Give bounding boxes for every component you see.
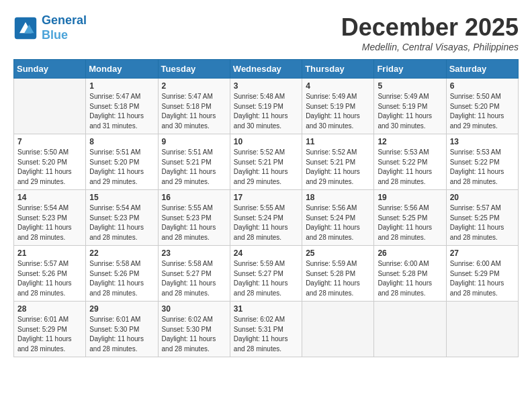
day-number: 20 <box>450 193 515 202</box>
day-number: 25 <box>306 248 370 258</box>
day-info: Sunrise: 5:53 AM Sunset: 5:22 PM Dayligh… <box>450 148 515 187</box>
calendar-cell: 10Sunrise: 5:52 AM Sunset: 5:21 PM Dayli… <box>230 134 302 190</box>
calendar-cell: 7Sunrise: 5:50 AM Sunset: 5:20 PM Daylig… <box>14 134 86 190</box>
weekday-header-monday: Monday <box>86 60 158 79</box>
day-number: 4 <box>306 81 370 91</box>
day-number: 6 <box>450 81 515 91</box>
day-info: Sunrise: 5:49 AM Sunset: 5:19 PM Dayligh… <box>378 92 442 131</box>
day-info: Sunrise: 5:50 AM Sunset: 5:20 PM Dayligh… <box>450 92 515 131</box>
day-info: Sunrise: 5:56 AM Sunset: 5:24 PM Dayligh… <box>306 203 370 242</box>
day-number: 13 <box>450 137 515 146</box>
calendar-cell: 11Sunrise: 5:52 AM Sunset: 5:21 PM Dayli… <box>302 134 374 190</box>
day-info: Sunrise: 5:52 AM Sunset: 5:21 PM Dayligh… <box>234 148 298 187</box>
calendar-cell: 20Sunrise: 5:57 AM Sunset: 5:25 PM Dayli… <box>446 190 518 246</box>
calendar-cell: 2Sunrise: 5:47 AM Sunset: 5:18 PM Daylig… <box>158 79 230 134</box>
calendar-cell: 29Sunrise: 6:01 AM Sunset: 5:30 PM Dayli… <box>86 302 158 357</box>
day-info: Sunrise: 5:53 AM Sunset: 5:22 PM Dayligh… <box>378 148 442 187</box>
calendar-cell: 6Sunrise: 5:50 AM Sunset: 5:20 PM Daylig… <box>446 79 518 134</box>
calendar-cell: 4Sunrise: 5:49 AM Sunset: 5:19 PM Daylig… <box>302 79 374 134</box>
calendar-cell: 1Sunrise: 5:47 AM Sunset: 5:18 PM Daylig… <box>86 79 158 134</box>
day-info: Sunrise: 5:52 AM Sunset: 5:21 PM Dayligh… <box>306 148 370 187</box>
calendar-cell: 22Sunrise: 5:58 AM Sunset: 5:26 PM Dayli… <box>86 246 158 302</box>
day-number: 9 <box>162 137 226 146</box>
day-number: 26 <box>378 248 442 258</box>
calendar-cell: 15Sunrise: 5:54 AM Sunset: 5:23 PM Dayli… <box>86 190 158 246</box>
day-number: 27 <box>450 248 515 258</box>
day-info: Sunrise: 5:47 AM Sunset: 5:18 PM Dayligh… <box>162 92 226 131</box>
day-info: Sunrise: 5:51 AM Sunset: 5:21 PM Dayligh… <box>162 148 226 187</box>
day-info: Sunrise: 5:50 AM Sunset: 5:20 PM Dayligh… <box>17 148 82 187</box>
day-info: Sunrise: 5:55 AM Sunset: 5:23 PM Dayligh… <box>162 203 226 242</box>
calendar-week-row: 1Sunrise: 5:47 AM Sunset: 5:18 PM Daylig… <box>14 79 519 134</box>
day-number: 22 <box>89 248 154 258</box>
calendar-week-row: 21Sunrise: 5:57 AM Sunset: 5:26 PM Dayli… <box>14 246 519 302</box>
calendar-week-row: 7Sunrise: 5:50 AM Sunset: 5:20 PM Daylig… <box>14 134 519 190</box>
weekday-header-saturday: Saturday <box>446 60 518 79</box>
day-info: Sunrise: 5:55 AM Sunset: 5:24 PM Dayligh… <box>234 203 298 242</box>
day-info: Sunrise: 6:00 AM Sunset: 5:28 PM Dayligh… <box>378 259 442 298</box>
weekday-header-thursday: Thursday <box>302 60 374 79</box>
calendar-week-row: 14Sunrise: 5:54 AM Sunset: 5:23 PM Dayli… <box>14 190 519 246</box>
calendar-cell: 23Sunrise: 5:58 AM Sunset: 5:27 PM Dayli… <box>158 246 230 302</box>
day-info: Sunrise: 5:47 AM Sunset: 5:18 PM Dayligh… <box>89 92 154 131</box>
day-number: 12 <box>378 137 442 146</box>
day-number: 15 <box>89 193 154 202</box>
day-info: Sunrise: 5:48 AM Sunset: 5:19 PM Dayligh… <box>234 92 298 131</box>
calendar-cell <box>374 302 446 357</box>
calendar-cell: 25Sunrise: 5:59 AM Sunset: 5:28 PM Dayli… <box>302 246 374 302</box>
calendar-cell: 14Sunrise: 5:54 AM Sunset: 5:23 PM Dayli… <box>14 190 86 246</box>
day-number: 11 <box>306 137 370 146</box>
day-number: 21 <box>17 248 82 258</box>
day-number: 5 <box>378 81 442 91</box>
page-header: General Blue December 2025 Medellin, Cen… <box>13 13 519 52</box>
day-info: Sunrise: 5:54 AM Sunset: 5:23 PM Dayligh… <box>89 203 154 242</box>
calendar-cell: 3Sunrise: 5:48 AM Sunset: 5:19 PM Daylig… <box>230 79 302 134</box>
calendar-cell: 27Sunrise: 6:00 AM Sunset: 5:29 PM Dayli… <box>446 246 518 302</box>
weekday-header-sunday: Sunday <box>14 60 86 79</box>
month-title: December 2025 <box>341 13 519 42</box>
day-info: Sunrise: 6:02 AM Sunset: 5:31 PM Dayligh… <box>234 315 298 354</box>
day-info: Sunrise: 5:58 AM Sunset: 5:26 PM Dayligh… <box>89 259 154 298</box>
calendar-cell <box>302 302 374 357</box>
calendar-table: SundayMondayTuesdayWednesdayThursdayFrid… <box>13 59 519 357</box>
day-info: Sunrise: 6:01 AM Sunset: 5:30 PM Dayligh… <box>89 315 154 354</box>
day-info: Sunrise: 5:56 AM Sunset: 5:25 PM Dayligh… <box>378 203 442 242</box>
calendar-cell: 9Sunrise: 5:51 AM Sunset: 5:21 PM Daylig… <box>158 134 230 190</box>
day-number: 1 <box>89 81 154 91</box>
day-number: 18 <box>306 193 370 202</box>
day-info: Sunrise: 5:58 AM Sunset: 5:27 PM Dayligh… <box>162 259 226 298</box>
day-info: Sunrise: 5:59 AM Sunset: 5:27 PM Dayligh… <box>234 259 298 298</box>
day-number: 16 <box>162 193 226 202</box>
day-number: 8 <box>89 137 154 146</box>
day-info: Sunrise: 6:01 AM Sunset: 5:29 PM Dayligh… <box>17 315 82 354</box>
day-number: 10 <box>234 137 298 146</box>
day-number: 29 <box>89 304 154 314</box>
day-number: 17 <box>234 193 298 202</box>
calendar-cell: 17Sunrise: 5:55 AM Sunset: 5:24 PM Dayli… <box>230 190 302 246</box>
day-number: 2 <box>162 81 226 91</box>
calendar-cell: 12Sunrise: 5:53 AM Sunset: 5:22 PM Dayli… <box>374 134 446 190</box>
calendar-cell: 31Sunrise: 6:02 AM Sunset: 5:31 PM Dayli… <box>230 302 302 357</box>
calendar-cell: 21Sunrise: 5:57 AM Sunset: 5:26 PM Dayli… <box>14 246 86 302</box>
weekday-header-tuesday: Tuesday <box>158 60 230 79</box>
calendar-cell: 28Sunrise: 6:01 AM Sunset: 5:29 PM Dayli… <box>14 302 86 357</box>
day-number: 31 <box>234 304 298 314</box>
day-info: Sunrise: 6:02 AM Sunset: 5:30 PM Dayligh… <box>162 315 226 354</box>
day-number: 14 <box>17 193 82 202</box>
day-info: Sunrise: 5:49 AM Sunset: 5:19 PM Dayligh… <box>306 92 370 131</box>
day-info: Sunrise: 5:57 AM Sunset: 5:26 PM Dayligh… <box>17 259 82 298</box>
day-info: Sunrise: 5:51 AM Sunset: 5:20 PM Dayligh… <box>89 148 154 187</box>
calendar-cell: 30Sunrise: 6:02 AM Sunset: 5:30 PM Dayli… <box>158 302 230 357</box>
calendar-cell: 24Sunrise: 5:59 AM Sunset: 5:27 PM Dayli… <box>230 246 302 302</box>
weekday-header-friday: Friday <box>374 60 446 79</box>
calendar-cell <box>14 79 86 134</box>
day-info: Sunrise: 5:57 AM Sunset: 5:25 PM Dayligh… <box>450 203 515 242</box>
weekday-header-row: SundayMondayTuesdayWednesdayThursdayFrid… <box>14 60 519 79</box>
day-number: 23 <box>162 248 226 258</box>
calendar-cell: 19Sunrise: 5:56 AM Sunset: 5:25 PM Dayli… <box>374 190 446 246</box>
title-block: December 2025 Medellin, Central Visayas,… <box>341 13 519 52</box>
day-number: 3 <box>234 81 298 91</box>
day-number: 30 <box>162 304 226 314</box>
day-number: 24 <box>234 248 298 258</box>
day-number: 19 <box>378 193 442 202</box>
